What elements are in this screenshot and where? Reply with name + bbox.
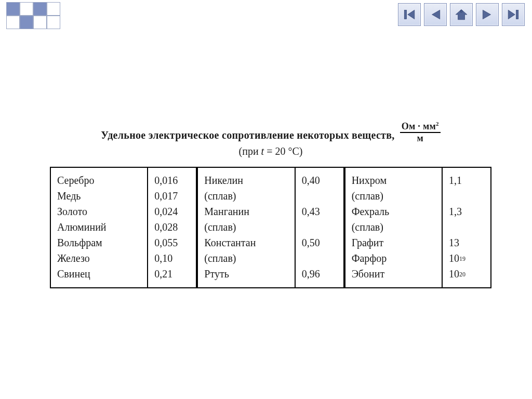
deco-square <box>47 16 60 29</box>
material-name: (сплав) <box>204 189 288 204</box>
home-icon <box>455 8 468 21</box>
deco-square <box>74 16 87 29</box>
material-name: Вольфрам <box>57 235 141 251</box>
data-table: СереброМедьЗолотоАлюминийВольфрамЖелезоС… <box>50 167 491 288</box>
material-value: 1,3 <box>449 204 484 220</box>
material-value: 0,016 <box>154 173 190 189</box>
material-value: 0,017 <box>154 189 190 204</box>
unit-numerator: Ом · мм2 <box>400 122 441 133</box>
title-text: Удельное электрическое сопротивление нек… <box>101 129 395 141</box>
material-value: 0,10 <box>154 251 190 267</box>
material-name: Ртуть <box>204 267 288 282</box>
material-value <box>449 189 484 204</box>
material-value: 0,055 <box>154 235 190 251</box>
svg-marker-6 <box>508 10 515 19</box>
unit-denominator: м <box>417 133 423 143</box>
material-name: Манганин <box>204 204 288 220</box>
svg-rect-7 <box>516 10 518 19</box>
svg-rect-4 <box>460 10 462 12</box>
table-block: Никелин(сплав)Манганин(сплав)Константан(… <box>197 168 344 287</box>
material-name: Фарфор <box>352 251 435 267</box>
last-icon <box>507 8 520 21</box>
table-block: Нихром(сплав)Фехраль(сплав)ГрафитФарфорЭ… <box>344 168 491 287</box>
cond-prefix: (при <box>239 145 261 157</box>
deco-square <box>20 16 33 29</box>
deco-square <box>60 16 74 29</box>
next-icon <box>481 8 494 21</box>
deco-square <box>60 2 74 16</box>
svg-marker-5 <box>483 10 490 19</box>
top-strip <box>0 0 532 31</box>
material-name: Константан <box>204 235 288 251</box>
svg-marker-2 <box>432 10 440 19</box>
table-title: Удельное электрическое сопротивление нек… <box>50 119 491 141</box>
material-name: (сплав) <box>204 251 288 267</box>
material-value: 0,43 <box>302 204 337 220</box>
material-value: 0,028 <box>154 220 190 235</box>
material-value: 13 <box>449 235 484 251</box>
material-column: Никелин(сплав)Манганин(сплав)Константан(… <box>198 168 295 287</box>
material-name: (сплав) <box>352 220 435 235</box>
material-name: (сплав) <box>204 220 288 235</box>
material-name: Никелин <box>204 173 288 189</box>
material-value: 1020 <box>449 267 484 282</box>
material-value: 0,96 <box>302 267 337 282</box>
material-value: 0,40 <box>302 173 337 189</box>
material-column: Нихром(сплав)Фехраль(сплав)ГрафитФарфорЭ… <box>345 168 443 287</box>
prev-button[interactable] <box>424 3 447 26</box>
home-button[interactable] <box>450 3 473 26</box>
material-name: Эбонит <box>352 267 435 282</box>
cond-eq: = 20 °C) <box>264 145 302 157</box>
value-base: 10 <box>449 252 459 264</box>
value-column: 1,11,31310191020 <box>443 168 490 287</box>
value-column: 0,400,430,500,96 <box>296 168 343 287</box>
material-value <box>302 220 337 235</box>
material-value <box>302 189 337 204</box>
material-value: 1,1 <box>449 173 484 189</box>
material-name: (сплав) <box>352 189 435 204</box>
material-value: 1019 <box>449 251 484 267</box>
deco-square <box>74 2 87 16</box>
document-content: Удельное электрическое сопротивление нек… <box>50 119 491 288</box>
decorative-squares <box>6 2 87 29</box>
unit-fraction: Ом · мм2 м <box>400 122 441 143</box>
svg-rect-0 <box>404 10 406 19</box>
condition-line: (при t = 20 °C) <box>50 145 491 157</box>
material-value: 0,024 <box>154 204 190 220</box>
table-block: СереброМедьЗолотоАлюминийВольфрамЖелезоС… <box>50 168 197 287</box>
material-name: Нихром <box>352 173 435 189</box>
material-name: Свинец <box>57 267 141 282</box>
value-base: 10 <box>449 268 459 280</box>
material-name: Серебро <box>57 173 141 189</box>
material-name: Алюминий <box>57 220 141 235</box>
numer-text: Ом · мм <box>402 121 436 131</box>
material-name: Медь <box>57 189 141 204</box>
svg-marker-1 <box>408 10 415 19</box>
next-button[interactable] <box>476 3 499 26</box>
deco-square <box>6 2 20 16</box>
nav-controls <box>398 3 525 26</box>
deco-square <box>47 2 60 16</box>
material-name: Золото <box>57 204 141 220</box>
first-button[interactable] <box>398 3 421 26</box>
material-value <box>449 220 484 235</box>
numer-sup: 2 <box>436 121 439 127</box>
material-value: 0,50 <box>302 235 337 251</box>
material-value <box>302 251 337 267</box>
deco-square <box>20 2 33 16</box>
first-icon <box>403 8 416 21</box>
material-column: СереброМедьЗолотоАлюминийВольфрамЖелезоС… <box>51 168 148 287</box>
material-value: 0,21 <box>154 267 190 282</box>
material-name: Графит <box>352 235 435 251</box>
last-button[interactable] <box>502 3 525 26</box>
prev-icon <box>429 8 442 21</box>
value-column: 0,0160,0170,0240,0280,0550,100,21 <box>148 168 196 287</box>
deco-square <box>33 16 47 29</box>
deco-square <box>6 16 20 29</box>
deco-square <box>33 2 47 16</box>
material-name: Железо <box>57 251 141 267</box>
material-name: Фехраль <box>352 204 435 220</box>
